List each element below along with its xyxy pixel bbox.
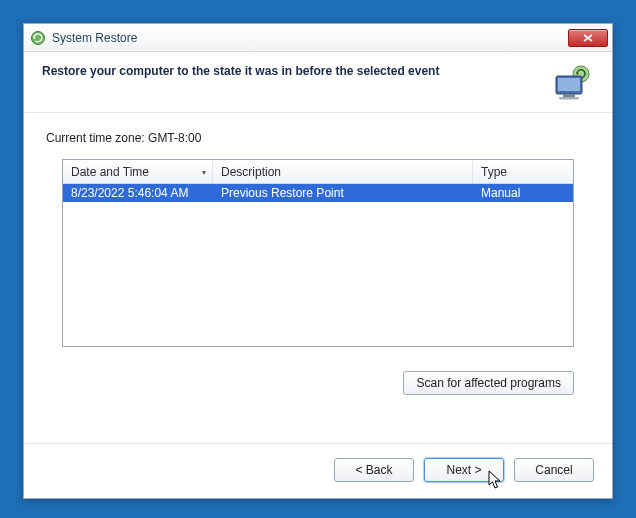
cell-date: 8/23/2022 5:46:04 AM — [63, 184, 213, 202]
svg-rect-5 — [559, 97, 579, 100]
wizard-header: Restore your computer to the state it wa… — [24, 52, 612, 112]
back-button[interactable]: < Back — [334, 458, 414, 482]
sort-indicator-icon: ▾ — [202, 167, 206, 176]
column-header-date[interactable]: Date and Time ▾ — [63, 160, 213, 183]
column-header-description[interactable]: Description — [213, 160, 473, 183]
cell-description: Previous Restore Point — [213, 184, 473, 202]
column-header-description-label: Description — [221, 165, 281, 179]
svg-rect-4 — [563, 94, 575, 97]
column-header-date-label: Date and Time — [71, 165, 149, 179]
system-restore-window: System Restore Restore your computer to … — [23, 23, 613, 499]
next-button[interactable]: Next > — [424, 458, 504, 482]
wizard-footer: < Back Next > Cancel — [24, 443, 612, 498]
column-header-type-label: Type — [481, 165, 507, 179]
content-area: Current time zone: GMT-8:00 Date and Tim… — [24, 113, 612, 443]
table-body[interactable]: 8/23/2022 5:46:04 AM Previous Restore Po… — [63, 184, 573, 346]
scan-affected-button[interactable]: Scan for affected programs — [403, 371, 574, 395]
restore-points-table: Date and Time ▾ Description Type 8/23/20… — [62, 159, 574, 347]
timezone-label: Current time zone: GMT-8:00 — [42, 113, 594, 159]
svg-rect-3 — [558, 78, 580, 91]
close-button[interactable] — [568, 29, 608, 47]
column-header-type[interactable]: Type — [473, 160, 573, 183]
table-actions: Scan for affected programs — [42, 347, 594, 395]
table-row[interactable]: 8/23/2022 5:46:04 AM Previous Restore Po… — [63, 184, 573, 202]
page-heading: Restore your computer to the state it wa… — [42, 64, 542, 78]
titlebar: System Restore — [24, 24, 612, 52]
restore-monitor-icon — [550, 64, 594, 104]
cancel-button[interactable]: Cancel — [514, 458, 594, 482]
cell-type: Manual — [473, 184, 573, 202]
table-header: Date and Time ▾ Description Type — [63, 160, 573, 184]
system-restore-icon — [30, 30, 46, 46]
window-title: System Restore — [52, 31, 568, 45]
